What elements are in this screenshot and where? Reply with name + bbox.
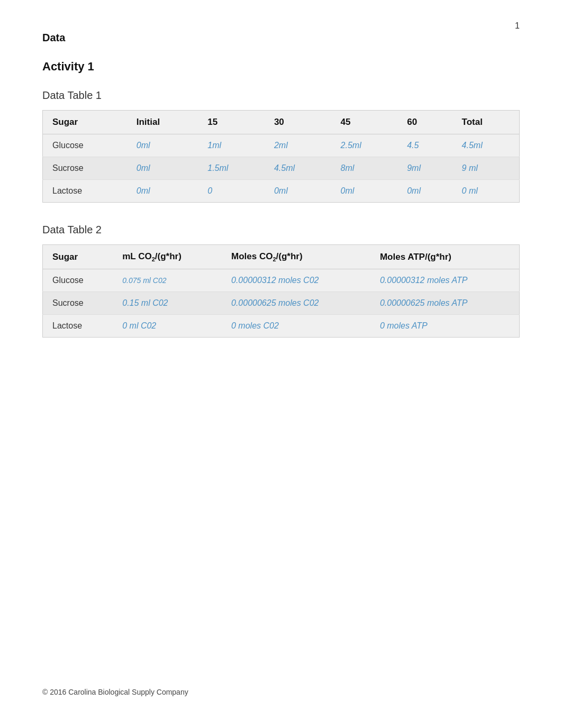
table1-label: Data Table 1 xyxy=(42,89,520,102)
value-cell: 0ml xyxy=(331,180,398,203)
value-cell: 9ml xyxy=(397,157,452,180)
value-cell: 0.075 ml C02 xyxy=(113,269,222,292)
table-row: Glucose 0ml 1ml 2ml 2.5ml 4.5 4.5ml xyxy=(43,134,520,157)
sugar-cell: Glucose xyxy=(43,134,127,157)
value-cell: 0 moles ATP xyxy=(370,315,520,338)
col-30: 30 xyxy=(265,111,331,134)
col-moles-atp: Moles ATP/(g*hr) xyxy=(370,245,520,269)
col-60: 60 xyxy=(397,111,452,134)
table2-label: Data Table 2 xyxy=(42,224,520,236)
value-cell: 4.5ml xyxy=(265,157,331,180)
value-cell: 2.5ml xyxy=(331,134,398,157)
sugar-cell: Sucrose xyxy=(43,157,127,180)
col-total: Total xyxy=(452,111,520,134)
sugar-cell: Sucrose xyxy=(43,292,113,315)
col-45: 45 xyxy=(331,111,398,134)
value-cell: 0ml xyxy=(127,180,198,203)
col-moles-co2: Moles CO2/(g*hr) xyxy=(222,245,370,269)
col-15: 15 xyxy=(198,111,265,134)
value-cell: 4.5 xyxy=(397,134,452,157)
value-cell: 0 ml xyxy=(452,180,520,203)
value-cell: 0.00000625 moles ATP xyxy=(370,292,520,315)
value-cell: 0 ml C02 xyxy=(113,315,222,338)
sugar-cell: Lactose xyxy=(43,180,127,203)
activity-heading: Activity 1 xyxy=(42,60,520,74)
col-initial: Initial xyxy=(127,111,198,134)
value-cell: 8ml xyxy=(331,157,398,180)
value-cell: 0.15 ml C02 xyxy=(113,292,222,315)
page-number: 1 xyxy=(515,21,520,31)
value-cell: 0.00000625 moles C02 xyxy=(222,292,370,315)
data-table-2: Sugar mL CO2/(g*hr) Moles CO2/(g*hr) Mol… xyxy=(42,244,520,338)
col-sugar-1: Sugar xyxy=(43,111,127,134)
table-row: Lactose 0 ml C02 0 moles C02 0 moles ATP xyxy=(43,315,520,338)
sugar-cell: Lactose xyxy=(43,315,113,338)
value-cell: 1.5ml xyxy=(198,157,265,180)
sugar-cell: Glucose xyxy=(43,269,113,292)
value-cell: 0 xyxy=(198,180,265,203)
table-row: Glucose 0.075 ml C02 0.00000312 moles C0… xyxy=(43,269,520,292)
value-cell: 1ml xyxy=(198,134,265,157)
table-row: Lactose 0ml 0 0ml 0ml 0ml 0 ml xyxy=(43,180,520,203)
footer-text: © 2016 Carolina Biological Supply Compan… xyxy=(42,688,188,696)
value-cell: 0ml xyxy=(127,157,198,180)
col-sugar-2: Sugar xyxy=(43,245,113,269)
table-row: Sucrose 0.15 ml C02 0.00000625 moles C02… xyxy=(43,292,520,315)
data-table-1: Sugar Initial 15 30 45 60 Total Glucose … xyxy=(42,110,520,203)
value-cell: 0ml xyxy=(127,134,198,157)
value-cell: 0 moles C02 xyxy=(222,315,370,338)
value-cell: 4.5ml xyxy=(452,134,520,157)
table-row: Sucrose 0ml 1.5ml 4.5ml 8ml 9ml 9 ml xyxy=(43,157,520,180)
value-cell: 2ml xyxy=(265,134,331,157)
col-ml-co2: mL CO2/(g*hr) xyxy=(113,245,222,269)
value-cell: 0.00000312 moles C02 xyxy=(222,269,370,292)
value-cell: 0ml xyxy=(265,180,331,203)
section-heading: Data xyxy=(42,32,520,44)
value-cell: 9 ml xyxy=(452,157,520,180)
value-cell: 0ml xyxy=(397,180,452,203)
value-cell: 0.00000312 moles ATP xyxy=(370,269,520,292)
